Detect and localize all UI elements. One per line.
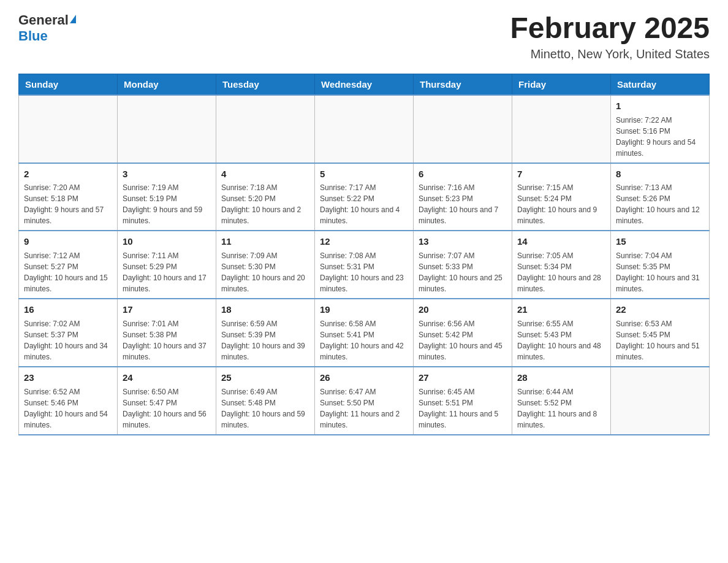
day-info: Sunrise: 6:47 AMSunset: 5:50 PMDaylight:… (320, 386, 408, 431)
day-number: 9 (24, 235, 112, 248)
day-number: 11 (221, 235, 309, 248)
calendar-cell: 18Sunrise: 6:59 AMSunset: 5:39 PMDayligh… (216, 299, 315, 367)
day-number: 5 (320, 167, 408, 181)
day-number: 20 (419, 303, 507, 316)
day-number: 13 (419, 235, 507, 248)
calendar-cell (315, 95, 414, 163)
day-info: Sunrise: 7:11 AMSunset: 5:29 PMDaylight:… (123, 250, 211, 294)
day-info: Sunrise: 6:49 AMSunset: 5:48 PMDaylight:… (221, 386, 309, 431)
calendar-cell (216, 95, 315, 163)
day-number: 14 (517, 235, 605, 248)
day-info: Sunrise: 7:09 AMSunset: 5:30 PMDaylight:… (221, 250, 309, 294)
calendar-cell: 28Sunrise: 6:44 AMSunset: 5:52 PMDayligh… (512, 367, 611, 435)
day-number: 27 (419, 371, 507, 385)
day-number: 7 (517, 167, 605, 181)
day-info: Sunrise: 7:19 AMSunset: 5:19 PMDaylight:… (123, 182, 211, 226)
calendar-week-row: 2Sunrise: 7:20 AMSunset: 5:18 PMDaylight… (19, 163, 710, 231)
title-section: February 2025 Minetto, New York, United … (510, 12, 710, 61)
calendar-cell: 4Sunrise: 7:18 AMSunset: 5:20 PMDaylight… (216, 163, 315, 231)
day-number: 23 (24, 371, 112, 385)
logo-blue-text: Blue (18, 28, 48, 44)
day-info: Sunrise: 6:45 AMSunset: 5:51 PMDaylight:… (419, 386, 507, 431)
day-info: Sunrise: 7:07 AMSunset: 5:33 PMDaylight:… (419, 250, 507, 294)
page-header: General Blue February 2025 Minetto, New … (18, 12, 710, 61)
day-number: 15 (616, 235, 704, 248)
day-number: 18 (221, 303, 309, 316)
day-number: 28 (517, 371, 605, 385)
weekday-header-wednesday: Wednesday (315, 74, 414, 95)
day-info: Sunrise: 7:12 AMSunset: 5:27 PMDaylight:… (24, 250, 112, 294)
weekday-header-monday: Monday (118, 74, 216, 95)
calendar-table: SundayMondayTuesdayWednesdayThursdayFrid… (18, 74, 710, 435)
day-number: 24 (123, 371, 211, 385)
location-subtitle: Minetto, New York, United States (510, 47, 710, 61)
day-number: 17 (123, 303, 211, 316)
day-number: 25 (221, 371, 309, 385)
day-number: 19 (320, 303, 408, 316)
day-info: Sunrise: 7:22 AMSunset: 5:16 PMDaylight:… (616, 115, 704, 159)
day-info: Sunrise: 7:16 AMSunset: 5:23 PMDaylight:… (419, 182, 507, 226)
day-number: 22 (616, 303, 704, 316)
day-number: 8 (616, 167, 704, 181)
day-info: Sunrise: 7:08 AMSunset: 5:31 PMDaylight:… (320, 250, 408, 294)
calendar-cell: 26Sunrise: 6:47 AMSunset: 5:50 PMDayligh… (315, 367, 414, 435)
day-info: Sunrise: 6:52 AMSunset: 5:46 PMDaylight:… (24, 386, 112, 431)
weekday-header-row: SundayMondayTuesdayWednesdayThursdayFrid… (19, 74, 710, 95)
day-number: 1 (616, 99, 704, 113)
calendar-cell (118, 95, 216, 163)
calendar-cell: 11Sunrise: 7:09 AMSunset: 5:30 PMDayligh… (216, 231, 315, 299)
logo-general-text: General (18, 12, 69, 28)
day-number: 21 (517, 303, 605, 316)
calendar-cell: 8Sunrise: 7:13 AMSunset: 5:26 PMDaylight… (611, 163, 710, 231)
calendar-week-row: 16Sunrise: 7:02 AMSunset: 5:37 PMDayligh… (19, 299, 710, 367)
day-number: 26 (320, 371, 408, 385)
day-number: 16 (24, 303, 112, 316)
weekday-header-saturday: Saturday (611, 74, 710, 95)
calendar-cell: 10Sunrise: 7:11 AMSunset: 5:29 PMDayligh… (118, 231, 216, 299)
logo-triangle-icon (70, 15, 76, 23)
calendar-cell: 19Sunrise: 6:58 AMSunset: 5:41 PMDayligh… (315, 299, 414, 367)
calendar-week-row: 9Sunrise: 7:12 AMSunset: 5:27 PMDaylight… (19, 231, 710, 299)
day-info: Sunrise: 6:44 AMSunset: 5:52 PMDaylight:… (517, 386, 605, 431)
day-info: Sunrise: 7:01 AMSunset: 5:38 PMDaylight:… (123, 318, 211, 362)
calendar-cell: 9Sunrise: 7:12 AMSunset: 5:27 PMDaylight… (19, 231, 118, 299)
calendar-cell: 6Sunrise: 7:16 AMSunset: 5:23 PMDaylight… (414, 163, 512, 231)
calendar-cell: 3Sunrise: 7:19 AMSunset: 5:19 PMDaylight… (118, 163, 216, 231)
calendar-week-row: 1Sunrise: 7:22 AMSunset: 5:16 PMDaylight… (19, 95, 710, 163)
day-info: Sunrise: 6:50 AMSunset: 5:47 PMDaylight:… (123, 386, 211, 431)
day-info: Sunrise: 7:18 AMSunset: 5:20 PMDaylight:… (221, 182, 309, 226)
calendar-cell: 25Sunrise: 6:49 AMSunset: 5:48 PMDayligh… (216, 367, 315, 435)
day-number: 6 (419, 167, 507, 181)
day-info: Sunrise: 6:55 AMSunset: 5:43 PMDaylight:… (517, 318, 605, 362)
logo: General Blue (18, 12, 76, 44)
calendar-cell: 2Sunrise: 7:20 AMSunset: 5:18 PMDaylight… (19, 163, 118, 231)
calendar-cell: 16Sunrise: 7:02 AMSunset: 5:37 PMDayligh… (19, 299, 118, 367)
calendar-cell: 14Sunrise: 7:05 AMSunset: 5:34 PMDayligh… (512, 231, 611, 299)
calendar-cell: 15Sunrise: 7:04 AMSunset: 5:35 PMDayligh… (611, 231, 710, 299)
day-info: Sunrise: 6:59 AMSunset: 5:39 PMDaylight:… (221, 318, 309, 362)
day-info: Sunrise: 6:53 AMSunset: 5:45 PMDaylight:… (616, 318, 704, 362)
calendar-cell: 21Sunrise: 6:55 AMSunset: 5:43 PMDayligh… (512, 299, 611, 367)
day-info: Sunrise: 6:56 AMSunset: 5:42 PMDaylight:… (419, 318, 507, 362)
weekday-header-thursday: Thursday (414, 74, 512, 95)
calendar-week-row: 23Sunrise: 6:52 AMSunset: 5:46 PMDayligh… (19, 367, 710, 435)
day-info: Sunrise: 7:17 AMSunset: 5:22 PMDaylight:… (320, 182, 408, 226)
calendar-cell (19, 95, 118, 163)
calendar-cell (611, 367, 710, 435)
day-info: Sunrise: 7:02 AMSunset: 5:37 PMDaylight:… (24, 318, 112, 362)
day-number: 4 (221, 167, 309, 181)
calendar-cell: 17Sunrise: 7:01 AMSunset: 5:38 PMDayligh… (118, 299, 216, 367)
day-number: 10 (123, 235, 211, 248)
weekday-header-sunday: Sunday (19, 74, 118, 95)
weekday-header-friday: Friday (512, 74, 611, 95)
calendar-cell: 12Sunrise: 7:08 AMSunset: 5:31 PMDayligh… (315, 231, 414, 299)
calendar-cell (414, 95, 512, 163)
calendar-cell: 20Sunrise: 6:56 AMSunset: 5:42 PMDayligh… (414, 299, 512, 367)
calendar-cell: 27Sunrise: 6:45 AMSunset: 5:51 PMDayligh… (414, 367, 512, 435)
day-info: Sunrise: 7:04 AMSunset: 5:35 PMDaylight:… (616, 250, 704, 294)
month-title: February 2025 (510, 12, 710, 45)
day-info: Sunrise: 7:05 AMSunset: 5:34 PMDaylight:… (517, 250, 605, 294)
calendar-cell: 13Sunrise: 7:07 AMSunset: 5:33 PMDayligh… (414, 231, 512, 299)
calendar-cell: 7Sunrise: 7:15 AMSunset: 5:24 PMDaylight… (512, 163, 611, 231)
weekday-header-tuesday: Tuesday (216, 74, 315, 95)
